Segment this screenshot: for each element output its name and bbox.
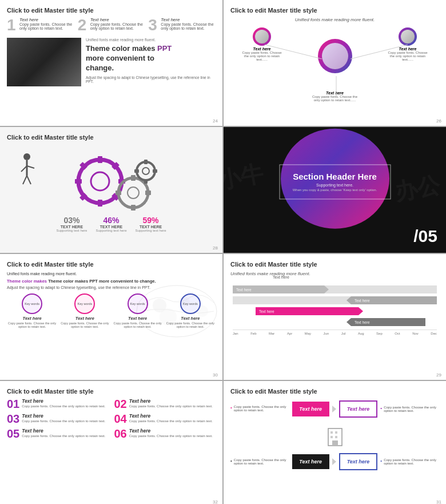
arrow-1 [332, 406, 336, 412]
gears-svg [49, 147, 174, 213]
svg-rect-15 [131, 205, 136, 211]
bullet-1-right: • Copy paste fonts. Choose the only opti… [380, 406, 439, 412]
bullet-2-left: • Copy paste fonts. Choose the only opti… [230, 458, 289, 465]
step-3: 3 Text here Copy paste fonts. Choose the… [148, 17, 216, 33]
svg-point-35 [160, 308, 177, 326]
bullet-1-left: • Copy paste fonts. Choose the only opti… [230, 405, 289, 414]
slide-8-page: 31 [436, 499, 441, 504]
figure-left [18, 150, 47, 207]
section-num: /05 [413, 227, 437, 246]
slide-1-title: Click to edit Master title style [7, 7, 216, 14]
slide-5-page: 30 [213, 372, 218, 378]
step-2-num: 2 [78, 17, 88, 33]
svg-point-13 [118, 178, 148, 208]
slide-5: Click to edit Master title style Unified… [0, 254, 222, 380]
step-3-num: 3 [148, 17, 158, 33]
node-tl: Text here Copy paste fonts. Choose the o… [242, 27, 282, 61]
slide-3: Click to edit Master title style [0, 127, 222, 253]
slide-1-right: Unified fonts make reading more fluent. … [86, 38, 216, 86]
svg-rect-22 [134, 169, 139, 173]
svg-line-30 [27, 176, 31, 184]
stat-3: 59% TEXT HERE Supporting text here [136, 216, 166, 232]
slide-5-title: Click to edit Master title style [7, 261, 216, 268]
svg-rect-20 [144, 160, 148, 164]
svg-point-24 [142, 168, 149, 174]
slide-1: Click to edit Master title style 1 Text … [0, 0, 222, 126]
svg-rect-6 [75, 179, 82, 184]
svg-rect-38 [335, 431, 337, 434]
svg-point-19 [137, 162, 155, 180]
svg-rect-23 [153, 169, 157, 173]
section-desc: When you copy & paste, choose 'Keep text… [290, 188, 380, 192]
node-bc: Text here Copy paste fonts. Choose the o… [312, 91, 358, 102]
slide-7-title: Click to edit Master title style [7, 388, 216, 395]
step-1-content: Text here Copy paste fonts. Choose the o… [19, 17, 74, 30]
svg-rect-14 [131, 175, 136, 181]
center-circle [318, 39, 352, 73]
slide-7: Click to edit Master title style 01 Text… [0, 381, 222, 504]
arrow-2 [332, 458, 336, 465]
stat-1: 03% TEXT HERE Supporting text here [56, 216, 87, 232]
box-black: Text here [292, 454, 329, 469]
svg-point-18 [128, 187, 139, 199]
svg-rect-39 [330, 436, 333, 438]
node-tr: Text here Copy paste fonts. Choose the o… [388, 27, 428, 61]
slide-6-subtitle: Unified fonts make reading more fluent. [230, 271, 439, 276]
building-icon [230, 426, 439, 449]
section-title: Section Header Here [290, 172, 380, 181]
svg-line-29 [23, 176, 27, 184]
stat-2: 46% TEXT HERE Supporting text here [95, 216, 126, 232]
watermark-left: 小牛 [224, 157, 266, 196]
slide-6: Click to edit Master title style Unified… [224, 254, 446, 380]
svg-point-25 [23, 153, 30, 160]
list-item-04: 04 Text here Copy paste fonts. Choose th… [114, 413, 216, 424]
tl-row-3: Text here [233, 307, 437, 315]
step-2: 2 Text here Copy paste fonts. Choose the… [78, 17, 145, 33]
tl-row-4: Text here [233, 318, 437, 326]
slide-2-title: Click to edit Master title style [230, 7, 439, 14]
stats-row: 03% TEXT HERE Supporting text here 46% T… [7, 216, 216, 232]
svg-point-33 [181, 297, 190, 306]
timeline: Text here Text here Text here Text here [230, 281, 439, 335]
slide-3-page: 28 [213, 245, 218, 251]
svg-rect-17 [145, 191, 151, 195]
slide-6-page: 29 [436, 372, 441, 378]
slide-2-diagram: Text here Copy paste fonts. Choose the o… [230, 25, 439, 105]
step-1: 1 Text here Copy paste fonts. Choose the… [7, 17, 74, 33]
slide-3-title: Click to edit Master title style [7, 134, 216, 141]
gear-area [7, 144, 216, 216]
svg-rect-40 [335, 436, 337, 438]
bullet-2-right: • Copy paste fonts. Choose the only opti… [380, 458, 439, 465]
slide-6-title: Click to edit Master title style [230, 261, 439, 268]
tl-row-2: Text here Text here [233, 296, 437, 304]
list-item-02: 02 Text here Copy paste fonts. Choose th… [114, 398, 216, 410]
box-purple: Text here [339, 400, 378, 418]
section-supporting: Supporting text here. [290, 183, 380, 187]
svg-rect-4 [98, 156, 102, 163]
svg-point-12 [91, 172, 109, 191]
box-row-1: • Copy paste fonts. Choose the only opti… [230, 400, 439, 418]
slide-1-page: 24 [213, 118, 218, 124]
svg-point-34 [197, 305, 208, 317]
slide-2-page: 26 [436, 118, 441, 124]
kw-2: Key words Text here Copy paste fonts. Ch… [59, 293, 110, 328]
bottom-area: Unified fonts make reading more fluent. … [7, 38, 216, 86]
step-row: 1 Text here Copy paste fonts. Choose the… [7, 17, 216, 33]
list-item-06: 06 Text here Copy paste fonts. Choose th… [114, 428, 216, 439]
tl-row-1: Text here Text here [233, 281, 437, 293]
slide-7-page: 32 [213, 499, 218, 504]
month-axis: Jan Feb Mar Apr May Jun Jul Aug Sep Oct … [233, 330, 437, 335]
box-pink: Text here [292, 402, 329, 416]
slide-8-title: Click to edit Master title style [230, 388, 439, 395]
slide-1-image [7, 38, 81, 86]
slide-2: Click to edit Master title style Unified… [224, 0, 446, 126]
svg-rect-41 [332, 440, 338, 446]
list-item-05: 05 Text here Copy paste fonts. Choose th… [7, 428, 109, 439]
box-row-2: • Copy paste fonts. Choose the only opti… [230, 453, 439, 470]
svg-rect-16 [116, 191, 121, 195]
slide-grid: Click to edit Master title style 1 Text … [0, 0, 446, 504]
svg-line-28 [27, 166, 34, 168]
svg-rect-21 [144, 179, 148, 184]
box-blue: Text here [339, 453, 378, 470]
slide-8: Click to edit Master title style • Copy … [224, 381, 446, 504]
